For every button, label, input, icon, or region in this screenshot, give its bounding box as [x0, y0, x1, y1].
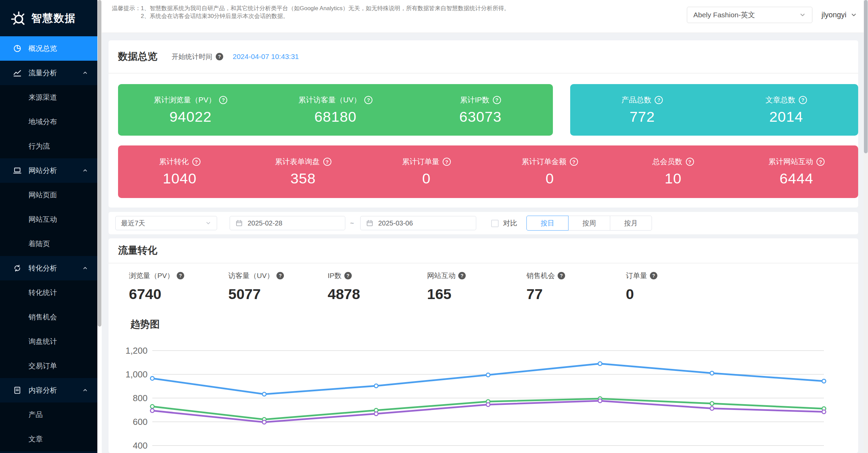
compare-label: 对比: [503, 216, 517, 230]
chevron-up-icon: [82, 387, 89, 394]
stat-value: 0: [545, 170, 554, 187]
chevron-up-icon: [82, 265, 89, 272]
sidebar-group-conversion[interactable]: 转化分析: [0, 256, 97, 280]
sidebar-item-sales-leads[interactable]: 销售机会: [0, 305, 97, 329]
stat-label: 访客量（UV）: [228, 271, 274, 280]
stat-total-pv: 累计浏览量（PV）? 94022: [118, 84, 263, 136]
sidebar-scrollbar[interactable]: [97, 0, 102, 453]
sidebar-item-label: 来源渠道: [28, 93, 57, 102]
stat-value: 772: [630, 109, 655, 125]
stat-value: 358: [290, 170, 316, 187]
stat-label: 文章总数: [766, 95, 795, 105]
sidebar-item-source-channel[interactable]: 来源渠道: [0, 85, 97, 110]
sidebar-item-inquiry-stats[interactable]: 询盘统计: [0, 329, 97, 354]
stat-label: 累计表单询盘: [275, 157, 320, 167]
sidebar-item-overview[interactable]: 概况总览: [0, 36, 97, 61]
stat-value: 6740: [129, 286, 228, 302]
help-icon[interactable]: ?: [177, 272, 184, 279]
stat-label: 累计网站互动: [768, 157, 813, 167]
stat-ip: IP数? 4878: [328, 271, 427, 302]
overview-card: 数据总览 开始统计时间 ? 2024-04-07 10:43:31 累计浏览量（…: [109, 40, 858, 208]
stat-label: 浏览量（PV）: [129, 271, 174, 280]
sidebar: 智慧数据 概况总览 流量分析 来源渠道 地域分布 行为流 网站分析 网站页面 网…: [0, 0, 97, 453]
help-icon[interactable]: ?: [458, 272, 466, 279]
help-icon[interactable]: ?: [816, 158, 825, 166]
page-scrollbar[interactable]: [864, 0, 868, 453]
svg-text:400: 400: [133, 440, 148, 451]
granularity-week-button[interactable]: 按周: [568, 216, 610, 231]
stat-value: 4878: [328, 286, 427, 302]
help-icon[interactable]: ?: [364, 96, 372, 104]
overview-title: 数据总览: [118, 50, 157, 63]
granularity-day-button[interactable]: 按日: [526, 216, 568, 231]
site-selector[interactable]: Abely Fashion-英文: [687, 7, 812, 23]
help-icon[interactable]: ?: [443, 158, 451, 166]
stat-label: 累计浏览量（PV）: [154, 95, 216, 105]
stat-orders: 订单量? 0: [626, 271, 725, 302]
date-range-separator: ~: [350, 216, 354, 230]
end-date-input[interactable]: 2025-03-06: [360, 216, 476, 230]
help-icon[interactable]: ?: [558, 272, 565, 279]
sidebar-item-label: 地域分布: [28, 117, 57, 126]
sidebar-item-conversion-stats[interactable]: 转化统计: [0, 280, 97, 305]
help-icon[interactable]: ?: [219, 96, 227, 104]
help-icon[interactable]: ?: [686, 158, 694, 166]
stat-total-uv: 累计访客量（UV）? 68180: [263, 84, 408, 136]
app-logo[interactable]: 智慧数据: [0, 0, 97, 36]
stat-interaction: 网站互动? 165: [427, 271, 526, 302]
date-range-select[interactable]: 最近7天: [115, 216, 217, 230]
sidebar-item-label: 转化统计: [28, 288, 57, 297]
sidebar-scrollbar-thumb[interactable]: [98, 0, 101, 327]
sidebar-item-site-pages[interactable]: 网站页面: [0, 183, 97, 207]
help-icon[interactable]: ?: [192, 158, 200, 166]
help-icon[interactable]: ?: [650, 272, 657, 279]
help-icon[interactable]: ?: [493, 96, 501, 104]
stat-uv: 访客量（UV）? 5077: [228, 271, 328, 302]
stat-value: 5077: [228, 286, 328, 302]
sidebar-menu: 概况总览 流量分析 来源渠道 地域分布 行为流 网站分析 网站页面 网站互动 着…: [0, 36, 97, 451]
sidebar-item-trade-orders[interactable]: 交易订单: [0, 354, 97, 378]
stat-total-orders: 累计订单量? 0: [365, 145, 488, 198]
sidebar-group-content[interactable]: 内容分析: [0, 378, 97, 402]
sidebar-group-website[interactable]: 网站分析: [0, 158, 97, 183]
stat-label: 累计访客量（UV）: [298, 95, 361, 105]
sync-icon: [13, 264, 22, 273]
chevron-up-icon: [82, 167, 89, 174]
svg-text:1,200: 1,200: [126, 346, 148, 356]
sidebar-item-label: 行为流: [28, 141, 50, 151]
user-menu[interactable]: jlyongyi: [822, 7, 857, 23]
granularity-month-button[interactable]: 按月: [610, 216, 652, 231]
page-scrollbar-thumb[interactable]: [864, 0, 868, 153]
compare-checkbox[interactable]: [491, 220, 499, 227]
sidebar-group-traffic[interactable]: 流量分析: [0, 61, 97, 85]
sidebar-item-site-interaction[interactable]: 网站互动: [0, 207, 97, 232]
sidebar-item-articles[interactable]: 文章: [0, 427, 97, 451]
sidebar-item-landing-page[interactable]: 着陆页: [0, 232, 97, 256]
sidebar-group-label: 网站分析: [28, 166, 57, 175]
chevron-down-icon: [799, 12, 806, 18]
sidebar-item-label: 网站互动: [28, 215, 57, 224]
sidebar-item-behavior-flow[interactable]: 行为流: [0, 134, 97, 158]
magnifier-logo-icon: [10, 11, 26, 26]
help-icon[interactable]: ?: [570, 158, 578, 166]
teal-stats-banner: 产品总数? 772 文章总数? 2014: [570, 84, 858, 136]
line-chart-icon: [13, 68, 22, 77]
help-icon[interactable]: ?: [344, 272, 352, 279]
help-icon[interactable]: ?: [276, 272, 284, 279]
help-icon[interactable]: ?: [799, 96, 807, 104]
stat-total-products: 产品总数? 772: [570, 84, 714, 136]
traffic-title: 流量转化: [118, 244, 157, 257]
chevron-down-icon: [850, 12, 857, 18]
start-date-input[interactable]: 2025-02-28: [230, 216, 345, 230]
start-time-label: 开始统计时间: [172, 52, 212, 61]
stat-pv: 浏览量（PV）? 6740: [129, 271, 228, 302]
help-icon[interactable]: ?: [216, 53, 223, 60]
help-icon[interactable]: ?: [655, 96, 663, 104]
stat-value: 1040: [163, 170, 197, 187]
sidebar-item-region[interactable]: 地域分布: [0, 110, 97, 134]
stat-value: 63073: [459, 109, 502, 125]
sidebar-item-products[interactable]: 产品: [0, 402, 97, 427]
start-date-value: 2025-02-28: [248, 219, 282, 227]
help-icon[interactable]: ?: [323, 158, 331, 166]
stat-value: 6444: [779, 170, 813, 187]
